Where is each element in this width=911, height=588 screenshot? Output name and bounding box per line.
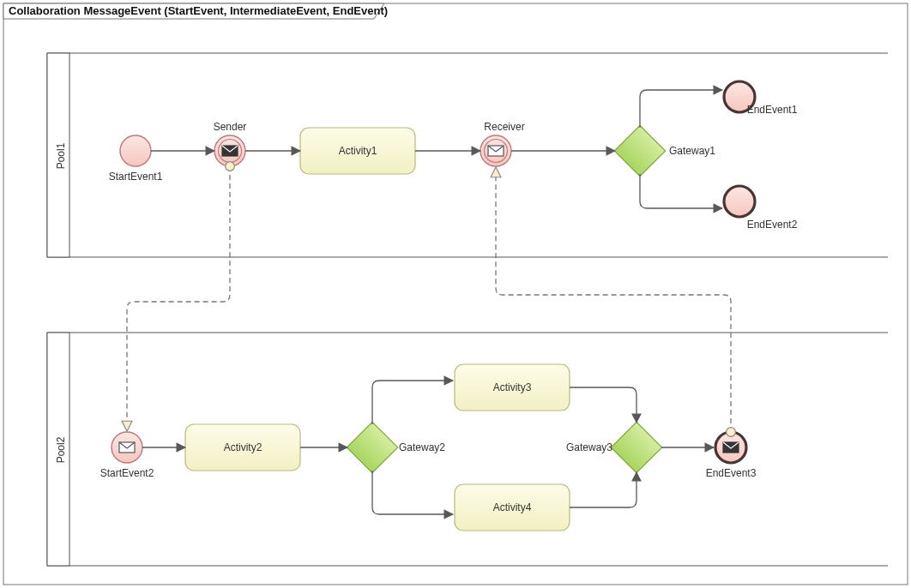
envelope-filled-icon [723,442,739,453]
label-end-event-3: EndEvent3 [706,467,757,479]
node-gateway-1[interactable] [614,125,665,176]
label-gateway-2: Gateway2 [399,441,445,453]
node-gateway-2[interactable] [347,422,397,472]
label-gateway-3: Gateway3 [566,441,612,453]
svg-rect-19 [611,422,661,472]
label-start-event-2: StartEvent2 [100,467,154,479]
svg-rect-18 [347,422,397,472]
node-start-event-1[interactable] [120,135,151,166]
envelope-outline-icon [488,146,504,156]
message-flows [127,166,731,432]
label-activity-3: Activity3 [493,381,532,393]
pool-1-title: Pool1 [55,143,67,170]
label-sender: Sender [214,121,247,133]
label-gateway-1: Gateway1 [669,145,715,157]
label-activity-2: Activity2 [224,441,262,453]
svg-rect-15 [614,125,665,176]
label-start-event-1: StartEvent1 [109,171,163,183]
node-end-event-2[interactable] [724,186,755,217]
bpmn-diagram: Collaboration MessageEvent (StartEvent, … [0,0,911,588]
envelope-filled-icon [222,146,238,156]
node-end-event-3[interactable] [715,432,746,463]
node-receiver[interactable] [480,135,511,166]
node-gateway-3[interactable] [611,422,661,472]
label-end-event-1: EndEvent1 [747,104,798,116]
label-activity-1: Activity1 [339,145,377,157]
node-start-event-2[interactable] [112,432,142,463]
diagram-title: Collaboration MessageEvent (StartEvent, … [9,4,388,17]
envelope-outline-icon [119,442,135,453]
pool-2-title: Pool2 [55,437,67,464]
label-activity-4: Activity4 [493,501,532,513]
node-sender[interactable] [214,135,245,166]
label-receiver: Receiver [484,121,524,133]
label-end-event-2: EndEvent2 [747,219,798,231]
